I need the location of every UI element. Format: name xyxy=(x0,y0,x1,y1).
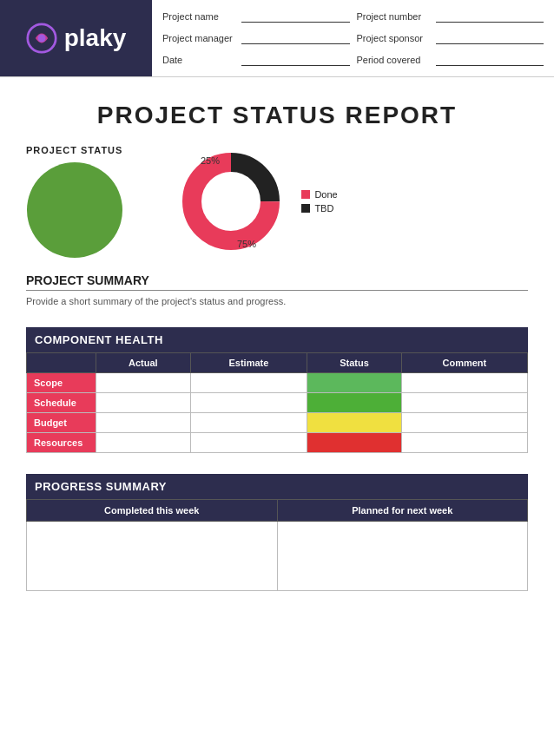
resources-estimate[interactable] xyxy=(190,433,307,453)
date-label: Date xyxy=(162,55,236,65)
status-left: PROJECT STATUS xyxy=(26,145,122,258)
resources-comment[interactable] xyxy=(401,433,527,453)
project-number-row: Project number xyxy=(357,7,544,27)
progress-summary-section: PROGRESS SUMMARY Completed this week Pla… xyxy=(26,474,528,591)
schedule-actual[interactable] xyxy=(96,393,191,413)
logo: plaky xyxy=(26,23,127,54)
logo-label: plaky xyxy=(64,24,127,52)
table-row: Scope xyxy=(27,373,528,393)
budget-label: Budget xyxy=(27,413,96,433)
project-status-label: PROJECT STATUS xyxy=(26,145,122,155)
schedule-label: Schedule xyxy=(27,393,96,413)
col-header-estimate: Estimate xyxy=(190,353,307,373)
scope-status xyxy=(307,373,402,393)
progress-summary-table: Completed this week Planned for next wee… xyxy=(26,499,528,591)
schedule-status xyxy=(307,393,402,413)
scope-estimate[interactable] xyxy=(190,373,307,393)
project-sponsor-label: Project sponsor xyxy=(357,33,431,43)
project-name-label: Project name xyxy=(162,11,236,22)
col-header-completed: Completed this week xyxy=(27,500,278,522)
component-health-title: COMPONENT HEALTH xyxy=(26,327,528,352)
donut-area: 25% 75% Done TBD xyxy=(175,145,337,258)
done-label: Done xyxy=(314,189,337,200)
completed-cell[interactable] xyxy=(27,522,278,591)
tbd-label: TBD xyxy=(314,203,333,214)
project-sponsor-input[interactable] xyxy=(436,32,544,44)
resources-label: Resources xyxy=(27,433,96,453)
project-name-row: Project name xyxy=(162,7,350,27)
done-dot xyxy=(301,190,310,199)
scope-actual[interactable] xyxy=(96,373,191,393)
schedule-estimate[interactable] xyxy=(190,393,307,413)
project-sponsor-row: Project sponsor xyxy=(357,29,544,49)
plaky-icon xyxy=(26,23,57,54)
resources-status xyxy=(307,433,402,453)
date-row: Date xyxy=(162,49,350,69)
period-covered-input[interactable] xyxy=(436,54,544,66)
component-health-table: Actual Estimate Status Comment Scope Sch… xyxy=(26,352,528,453)
scope-label: Scope xyxy=(27,373,96,393)
done-pct-label: 75% xyxy=(237,239,256,249)
budget-status xyxy=(307,413,402,433)
table-row: Schedule xyxy=(27,393,528,413)
scope-comment[interactable] xyxy=(401,373,527,393)
date-input[interactable] xyxy=(241,54,350,66)
schedule-comment[interactable] xyxy=(401,393,527,413)
header-fields: Project name Project number Project mana… xyxy=(152,0,554,76)
header: plaky Project name Project number Projec… xyxy=(0,0,554,77)
budget-actual[interactable] xyxy=(96,413,191,433)
legend-done: Done xyxy=(301,189,337,200)
status-green-circle xyxy=(27,162,122,258)
budget-comment[interactable] xyxy=(401,413,527,433)
report-title: PROJECT STATUS REPORT xyxy=(26,102,528,129)
project-summary-title: PROJECT SUMMARY xyxy=(26,273,528,291)
period-covered-row: Period covered xyxy=(357,49,544,69)
project-manager-row: Project manager xyxy=(162,29,350,49)
donut-chart: 25% 75% xyxy=(175,145,287,258)
budget-estimate[interactable] xyxy=(190,413,307,433)
progress-row xyxy=(27,522,528,591)
resources-actual[interactable] xyxy=(96,433,191,453)
col-header-status: Status xyxy=(307,353,402,373)
project-summary-section: PROJECT SUMMARY Provide a short summary … xyxy=(26,273,528,306)
col-header-actual: Actual xyxy=(96,353,191,373)
table-row: Resources xyxy=(27,433,528,453)
project-number-label: Project number xyxy=(357,11,431,22)
tbd-pct-label: 25% xyxy=(201,155,220,166)
donut-legend: Done TBD xyxy=(301,189,337,214)
project-manager-input[interactable] xyxy=(241,32,350,44)
progress-summary-title: PROGRESS SUMMARY xyxy=(26,474,528,499)
logo-box: plaky xyxy=(0,0,152,76)
planned-cell[interactable] xyxy=(277,522,528,591)
table-row: Budget xyxy=(27,413,528,433)
col-header-name xyxy=(27,353,96,373)
main-content: PROJECT STATUS REPORT PROJECT STATUS 25%… xyxy=(0,77,554,629)
period-covered-label: Period covered xyxy=(357,55,431,65)
svg-point-1 xyxy=(37,35,45,43)
project-summary-text: Provide a short summary of the project's… xyxy=(26,296,528,306)
col-header-comment: Comment xyxy=(401,353,527,373)
legend-tbd: TBD xyxy=(301,203,337,214)
tbd-dot xyxy=(301,204,310,213)
project-status-section: PROJECT STATUS 25% 75% Done xyxy=(26,145,528,258)
project-name-input[interactable] xyxy=(241,10,350,23)
component-health-section: COMPONENT HEALTH Actual Estimate Status … xyxy=(26,327,528,453)
col-header-planned: Planned for next week xyxy=(277,500,528,522)
project-manager-label: Project manager xyxy=(162,33,236,43)
project-number-input[interactable] xyxy=(436,10,544,23)
